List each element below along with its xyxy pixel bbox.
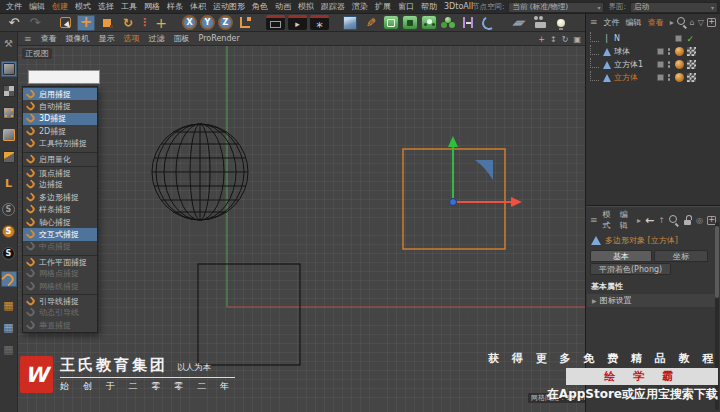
phong-tag-icon[interactable] (675, 47, 684, 56)
object-manager-tab[interactable]: 查看 (648, 17, 664, 28)
snap-menu-item[interactable]: 样条捕捉 (23, 204, 97, 216)
snap-menu-item[interactable]: 工作平面捕捉 (23, 255, 97, 267)
workplane-button[interactable] (1, 297, 17, 313)
phong-tag-icon[interactable] (675, 73, 684, 82)
object-enable-toggle[interactable] (657, 48, 664, 55)
subdivision-surface-button[interactable] (383, 15, 399, 30)
symmetry-button[interactable] (459, 15, 477, 31)
sphere-wireframe[interactable] (152, 124, 248, 220)
spline-pen-button[interactable] (362, 15, 380, 31)
panel-menu-icon[interactable]: ≡ (590, 17, 598, 27)
filter-funnel-icon[interactable]: ▽ (698, 18, 704, 27)
redo-button[interactable] (26, 15, 44, 31)
menubar-item[interactable]: 运动图形 (213, 1, 245, 12)
menubar-item[interactable]: 角色 (252, 1, 268, 12)
light-button[interactable] (552, 15, 570, 31)
scrollbar-track[interactable] (715, 222, 719, 410)
snap-toggle-button[interactable] (1, 271, 17, 287)
free-move-button[interactable] (152, 15, 170, 31)
object-enable-toggle[interactable] (657, 61, 664, 68)
object-enable-toggle[interactable] (657, 74, 664, 81)
menubar-item[interactable]: 扩展 (375, 1, 391, 12)
menubar-item[interactable]: 跟踪器 (321, 1, 345, 12)
solo-off-button[interactable] (1, 201, 17, 217)
edge-mode-button[interactable] (1, 127, 17, 143)
lock-workplane-button[interactable] (1, 319, 17, 335)
cloner-button[interactable] (440, 15, 456, 30)
object-row[interactable]: 球体 ✓ (586, 45, 720, 58)
uvw-tag-icon[interactable] (687, 73, 696, 82)
up-arrow-icon[interactable]: ↑ (658, 216, 665, 225)
menubar-item[interactable]: 帮助 (421, 1, 437, 12)
gizmo-center-handle[interactable] (450, 199, 457, 206)
menubar-item[interactable]: 网格 (144, 1, 160, 12)
object-manager-tab[interactable]: 编辑 (626, 17, 642, 28)
scale-tool-button[interactable] (98, 15, 116, 31)
tab-basic[interactable]: 基本 (590, 250, 652, 262)
menubar-item[interactable]: 模拟 (298, 1, 314, 12)
snap-menu-item[interactable]: 多边形捕捉 (23, 191, 97, 203)
snap-menu-item[interactable]: 中点捕捉 (23, 241, 97, 253)
snap-menu-item[interactable]: 3D捕捉 (23, 113, 97, 125)
snap-menu-item[interactable]: 引导线捕捉 (23, 294, 97, 306)
undo-button[interactable] (5, 15, 23, 31)
floor-button[interactable] (510, 15, 528, 31)
move-tool-button[interactable] (77, 15, 95, 31)
panel-menu-icon[interactable]: ≡ (24, 34, 32, 44)
menubar-item[interactable]: 编辑 (29, 1, 45, 12)
visibility-dots[interactable] (668, 74, 671, 81)
phong-tag-icon[interactable] (675, 60, 684, 69)
recent-tools-button[interactable] (140, 15, 149, 31)
model-mode-button[interactable] (1, 61, 17, 77)
uvw-tag-icon[interactable] (687, 47, 696, 56)
snap-menu-item[interactable]: 自动捕捉 (23, 100, 97, 112)
object-manager-tab[interactable]: 文件 (604, 17, 620, 28)
gizmo-x-arrowhead[interactable] (511, 197, 522, 207)
viewport-menu-item[interactable]: 过滤 (149, 33, 165, 44)
snap-menu-item[interactable]: 启用捕捉 (23, 88, 97, 100)
tab-phong[interactable]: 平滑着色(Phong) (590, 263, 671, 275)
menubar-item[interactable]: 3DtoAll (444, 2, 473, 11)
search-icon[interactable] (677, 17, 687, 27)
rotate-tool-button[interactable] (119, 15, 137, 31)
object-row[interactable]: 立方体 ✓ (586, 71, 720, 84)
add-panel-icon[interactable] (707, 18, 716, 27)
menubar-item[interactable]: 体积 (190, 1, 206, 12)
scrollbar-thumb[interactable] (715, 226, 719, 298)
history-arrow-icon[interactable]: ▸ (670, 18, 674, 27)
icon-settings-fold[interactable]: 图标设置 (587, 294, 719, 307)
snap-menu-item[interactable]: 交互式捕捉 (23, 228, 97, 240)
camera-button[interactable] (531, 15, 549, 31)
attribute-menu-item[interactable]: 模式 (603, 209, 615, 231)
snap-popup-blank-field[interactable] (28, 70, 100, 84)
texture-mode-button[interactable] (1, 83, 17, 99)
home-icon[interactable]: ⌂ (690, 18, 695, 27)
snap-menu-item[interactable]: 轴心捕捉 (23, 216, 97, 228)
search-icon[interactable] (669, 215, 679, 225)
pan-view-icon[interactable]: + (538, 35, 545, 44)
rotate-view-icon[interactable]: ↻ (562, 35, 569, 44)
planar-workplane-button[interactable] (1, 341, 17, 357)
viewport-canvas[interactable]: 正视图 网格间距：10 cm (18, 46, 585, 412)
viewport-menu-item[interactable]: 查看 (41, 33, 57, 44)
make-editable-button[interactable] (1, 35, 17, 51)
solo-single-button[interactable] (1, 223, 17, 239)
history-arrow-icon[interactable]: ▸ (637, 216, 641, 225)
snap-menu-item[interactable]: 边捕捉 (23, 179, 97, 191)
object-row[interactable]: N ✓ (586, 32, 720, 45)
live-selection-button[interactable] (56, 15, 74, 31)
snap-menu-item[interactable]: 顶点捕捉 (23, 166, 97, 178)
bend-deformer-button[interactable] (480, 15, 498, 31)
attribute-menu-item[interactable]: 编辑 (620, 209, 632, 231)
toggle-view-icon[interactable]: ▣ (573, 35, 581, 44)
interface-select[interactable]: 启动 ▾ (630, 2, 718, 13)
viewport-menu-item[interactable]: 选项 (124, 33, 140, 44)
menubar-item[interactable]: 模式 (75, 1, 91, 12)
menubar-item[interactable]: 窗口 (398, 1, 414, 12)
node-space-select[interactable]: 当前 (标准/物理) ▾ (508, 2, 604, 13)
viewport-menu-item[interactable]: 显示 (99, 33, 115, 44)
menubar-item[interactable]: 文件 (6, 1, 22, 12)
snap-menu-item[interactable]: 网格点捕捉 (23, 267, 97, 279)
tab-coordinates[interactable]: 坐标 (654, 250, 708, 262)
snap-menu-item[interactable]: 启用量化 (23, 152, 97, 164)
